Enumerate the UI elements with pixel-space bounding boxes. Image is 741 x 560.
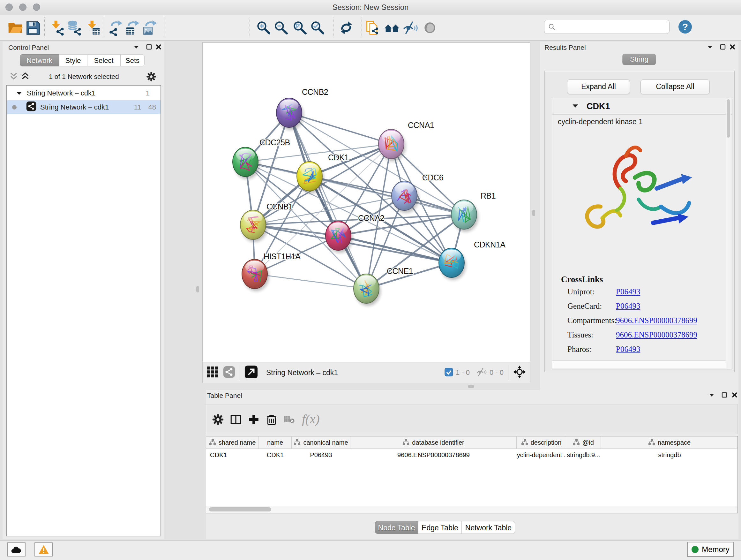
cloud-button[interactable] <box>7 543 25 557</box>
table-cell[interactable]: P06493 <box>292 449 350 461</box>
collapse-triangle-icon[interactable] <box>572 104 579 110</box>
crosslink-link[interactable]: 9606.ENSP00000378699 <box>616 316 697 325</box>
network-canvas[interactable]: CCNB2 CCNA1 CDC25B CDK1 <box>202 43 530 362</box>
table-horizontal-scrollbar[interactable] <box>206 506 738 513</box>
export-image-button[interactable] <box>142 20 158 36</box>
gene-card-header[interactable]: CDK1 <box>552 98 732 115</box>
crosslink-link[interactable]: P06493 <box>616 302 640 311</box>
tab-network[interactable]: Network <box>20 54 59 66</box>
external-view-icon[interactable] <box>245 365 258 380</box>
memory-button[interactable]: Memory <box>687 542 734 557</box>
tree-expand-icon[interactable] <box>16 89 22 98</box>
network-node-RB1[interactable]: RB1 <box>451 191 495 232</box>
export-network-button[interactable] <box>108 20 124 36</box>
share-network-icon[interactable] <box>223 366 235 379</box>
table-cell[interactable]: 9606.ENSP00000378699 <box>350 449 517 461</box>
table-row[interactable]: CDK1CDK1P064939606.ENSP00000378699cyclin… <box>206 449 738 461</box>
search-input[interactable] <box>558 22 666 31</box>
panel-float-icon[interactable] <box>146 44 152 50</box>
network-row[interactable]: String Network – cdk1 11 48 <box>7 100 160 114</box>
crosslink-link[interactable]: P06493 <box>616 287 640 296</box>
collapse-all-button[interactable]: Collapse All <box>641 79 710 94</box>
column-header-namespace[interactable]: namespace <box>601 436 738 449</box>
collapse-all-icon[interactable] <box>10 71 18 82</box>
network-node-CCNB1[interactable]: CCNB1 <box>240 202 293 242</box>
selected-checkbox-icon[interactable] <box>445 368 453 378</box>
column-header-name[interactable]: name <box>259 436 292 449</box>
hidden-eye-icon[interactable] <box>476 367 487 379</box>
create-column-plus-icon[interactable] <box>247 413 260 426</box>
show-columns-icon[interactable] <box>229 413 243 426</box>
refresh-view-button[interactable] <box>338 20 354 36</box>
grid-view-icon[interactable] <box>206 366 219 379</box>
tab-style[interactable]: Style <box>59 54 87 66</box>
help-button[interactable]: ? <box>678 19 692 34</box>
expand-all-button[interactable]: Expand All <box>567 79 630 94</box>
panel-float-icon[interactable] <box>722 392 727 398</box>
export-table-button[interactable] <box>125 20 140 36</box>
network-node-CCNB2[interactable]: CCNB2 <box>276 87 328 130</box>
column-header-canonicalname[interactable]: canonical name <box>292 436 350 449</box>
table-cell[interactable]: CDK1 <box>259 449 292 461</box>
network-collection-row[interactable]: String Network – cdk1 1 <box>7 86 160 100</box>
hide-selection-button[interactable] <box>402 20 418 36</box>
zoom-out-button[interactable] <box>273 20 289 36</box>
show-all-button[interactable] <box>422 20 438 36</box>
table-cell[interactable]: stringdb:9... <box>566 449 601 461</box>
panel-menu-icon[interactable] <box>133 45 139 49</box>
panel-divider-handle[interactable] <box>196 286 199 293</box>
warning-button[interactable] <box>35 543 53 557</box>
tab-string[interactable]: String <box>622 54 656 65</box>
scrollbar-thumb[interactable] <box>209 507 271 511</box>
gene-card: CDK1 cyclin-dependent kinase 1 <box>552 98 732 369</box>
table-settings-gear-icon[interactable] <box>211 413 225 426</box>
results-scrollbar[interactable] <box>726 98 731 369</box>
toolbar-separator <box>164 17 164 37</box>
open-session-button[interactable] <box>7 20 23 36</box>
column-header-databaseidentifier[interactable]: database identifier <box>350 436 517 449</box>
zoom-selected-button[interactable] <box>310 20 326 36</box>
column-header-sharedname[interactable]: shared name <box>206 436 259 449</box>
navigator-crosshair-icon[interactable] <box>513 365 526 380</box>
panel-menu-icon[interactable] <box>707 45 713 49</box>
zoom-in-button[interactable] <box>256 20 272 36</box>
network-node-CDKN1A[interactable]: CDKN1A <box>439 240 506 280</box>
search-box[interactable] <box>544 20 670 34</box>
network-node-HIST1H1A[interactable]: HIST1H1A <box>242 252 300 291</box>
column-header-id[interactable]: @id <box>566 436 601 449</box>
panel-float-icon[interactable] <box>720 44 726 50</box>
panel-divider-handle[interactable] <box>468 385 474 388</box>
tab-network-table[interactable]: Network Table <box>462 521 515 534</box>
crosslink-link[interactable]: P06493 <box>616 345 640 354</box>
tab-edge-table[interactable]: Edge Table <box>418 521 462 534</box>
save-session-button[interactable] <box>25 20 41 36</box>
column-header-description[interactable]: description <box>517 436 566 449</box>
title-bar: Session: New Session <box>0 0 741 15</box>
network-options-gear-icon[interactable] <box>145 71 157 82</box>
crosslink-link[interactable]: 9606.ENSP00000378699 <box>616 330 697 339</box>
network-node-CCNE1[interactable]: CCNE1 <box>354 266 413 306</box>
panel-divider-handle[interactable] <box>532 210 535 216</box>
import-table-file-button[interactable] <box>85 20 101 36</box>
network-node-CCNA1[interactable]: CCNA1 <box>379 121 434 161</box>
tab-sets[interactable]: Sets <box>120 54 145 66</box>
scrollbar-thumb[interactable] <box>727 99 730 138</box>
network-node-CDC25B[interactable]: CDC25B <box>232 138 290 179</box>
zoom-fit-content-button[interactable] <box>292 20 308 36</box>
new-network-from-selection-button[interactable] <box>365 20 381 36</box>
table-cell[interactable]: stringdb <box>601 449 738 461</box>
table-cell[interactable]: CDK1 <box>206 449 259 461</box>
window-title: Session: New Session <box>0 3 741 12</box>
tab-select[interactable]: Select <box>87 54 120 66</box>
import-network-database-button[interactable] <box>66 20 82 36</box>
delete-column-trash-icon[interactable] <box>265 413 278 426</box>
import-network-file-button[interactable] <box>49 20 65 36</box>
table-cell[interactable]: cyclin-dependent ... <box>517 449 566 461</box>
first-neighbors-button[interactable] <box>384 20 400 36</box>
tab-node-table[interactable]: Node Table <box>375 521 418 534</box>
panel-close-icon[interactable] <box>732 392 738 398</box>
panel-close-icon[interactable] <box>730 44 735 50</box>
panel-close-icon[interactable] <box>156 44 161 50</box>
panel-menu-icon[interactable] <box>709 393 715 397</box>
expand-all-icon[interactable] <box>21 71 29 82</box>
